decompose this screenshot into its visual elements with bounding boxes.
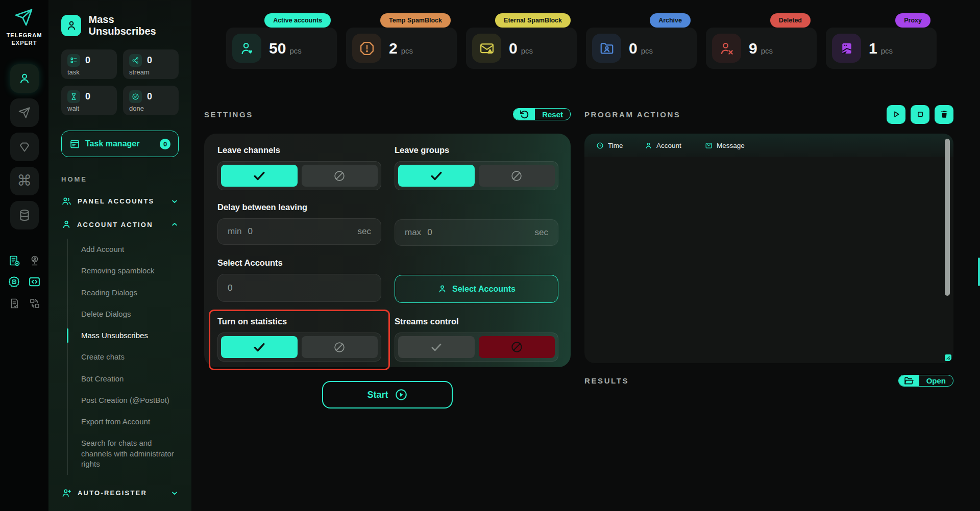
submenu-item-mass-unsubscribes[interactable]: Mass Unsubscribes: [68, 325, 179, 346]
stop-button[interactable]: [911, 105, 929, 124]
stat-value: 2: [389, 40, 398, 57]
field-turn-on-statistics: Turn on statistics: [217, 317, 381, 362]
counter-wait: 0 wait: [61, 86, 117, 115]
start-button[interactable]: Start: [322, 381, 453, 408]
reset-button[interactable]: Reset: [513, 108, 571, 120]
streams-on-button[interactable]: [398, 336, 475, 358]
program-actions-title: PROGRAM ACTIONS: [584, 110, 680, 119]
leave-channels-toggle: [217, 161, 381, 190]
streams-off-button[interactable]: [479, 336, 555, 358]
input-unit: sec: [535, 227, 548, 238]
resize-corner-icon[interactable]: [945, 354, 951, 361]
clock-icon: [596, 142, 604, 149]
submenu-item-bot-creation[interactable]: Bot Creation: [68, 368, 179, 390]
stat-card-eternal-spamblock: Eternal SpamBlock 0 pcs: [466, 13, 577, 69]
stat-unit: pcs: [881, 46, 893, 55]
submenu-item-removing-spamblock[interactable]: Removing spamblock: [68, 260, 179, 282]
check-circle-icon: [129, 90, 142, 103]
delay-max-input[interactable]: max 0 sec: [395, 219, 558, 246]
icon-rail: TELEGRAM EXPERT: [0, 0, 48, 511]
rail-commands-button[interactable]: ⌘: [10, 167, 39, 195]
home-section-label: HOME: [61, 175, 179, 183]
stat-card-archive: Archive 0 pcs: [586, 13, 697, 69]
sidebar-item-auto-register[interactable]: AUTO-REGISTER: [61, 488, 179, 498]
chevron-up-icon: [170, 220, 179, 228]
sidebar-item-label: PANEL ACCOUNTS: [78, 197, 154, 205]
share-icon: [129, 54, 142, 67]
table-scrollbar[interactable]: [945, 139, 950, 296]
sidebar-item-panel-accounts[interactable]: PANEL ACCOUNTS: [61, 196, 179, 207]
table-header: Time Account Message: [584, 134, 953, 157]
stat-badge: Deleted: [770, 13, 811, 28]
field-delay-min: Delay between leaving min 0 sec: [217, 202, 381, 246]
check-icon: [252, 340, 266, 354]
field-label: Leave groups: [395, 145, 558, 155]
counter-stream: 0 stream: [123, 49, 179, 79]
statistics-on-button[interactable]: [221, 336, 298, 358]
input-value: 0: [427, 227, 432, 238]
counter-value: 0: [85, 55, 90, 66]
field-select-accounts-button: Select Accounts: [395, 258, 558, 303]
counter-value: 0: [147, 55, 152, 66]
code-window-icon[interactable]: [28, 275, 41, 289]
select-accounts-count-input[interactable]: 0: [217, 274, 381, 302]
sidebar: Mass Unsubscribes 0 task: [48, 0, 191, 511]
stat-badge: Active accounts: [264, 13, 331, 28]
gear-icon[interactable]: [8, 275, 21, 289]
results-title: RESULTS: [584, 376, 629, 385]
rail-accounts-button[interactable]: [10, 64, 39, 93]
user-x-icon: [712, 34, 741, 63]
submenu-item-delete-dialogs[interactable]: Delete Dialogs: [68, 303, 179, 325]
delay-min-input[interactable]: min 0 sec: [217, 218, 381, 245]
submenu-item-reading-dialogs[interactable]: Reading Dialogs: [68, 282, 179, 303]
page-avatar: [61, 15, 81, 36]
statistics-off-button[interactable]: [302, 336, 378, 358]
task-manager-button[interactable]: Task manager 0: [61, 131, 179, 157]
leave-groups-on-button[interactable]: [398, 165, 475, 187]
play-button[interactable]: [887, 105, 905, 124]
stat-value: 9: [749, 40, 757, 57]
main-content: Active accounts 50 pcs Temp SpamBlock: [191, 0, 980, 511]
submenu-item-search-admin-chats[interactable]: Search for chats and channels with admin…: [68, 432, 179, 475]
database-icon: [18, 209, 31, 222]
select-accounts-button[interactable]: Select Accounts: [395, 275, 558, 303]
submenu-item-post-creation[interactable]: Post Creation (@PostBot): [68, 390, 179, 411]
server-check-icon[interactable]: [8, 254, 21, 267]
submenu-item-export-from-account[interactable]: Export from Account: [68, 411, 179, 432]
account-action-submenu: Add Account Removing spamblock Reading D…: [67, 239, 179, 475]
stat-card-deleted: Deleted 9 pcs: [706, 13, 817, 69]
program-actions-table: Time Account Message: [584, 134, 953, 363]
rail-premium-button[interactable]: [10, 133, 39, 161]
stat-unit: pcs: [521, 46, 533, 55]
page-title: Mass Unsubscribes: [88, 14, 179, 37]
rail-footer-icons: [8, 254, 41, 310]
user-heart-icon: [232, 34, 261, 63]
leave-groups-off-button[interactable]: [479, 165, 555, 187]
trash-button[interactable]: [935, 105, 953, 124]
stat-unit: pcs: [401, 46, 413, 55]
sidebar-item-account-action[interactable]: ACCOUNT ACTION: [61, 219, 179, 229]
webcam-user-icon[interactable]: [28, 254, 41, 267]
task-manager-label: Task manager: [85, 139, 139, 148]
start-button-label: Start: [367, 390, 388, 400]
check-icon: [252, 169, 266, 183]
stat-value: 0: [629, 40, 638, 57]
rail-database-button[interactable]: [10, 201, 39, 229]
leave-channels-on-button[interactable]: [221, 165, 298, 187]
users-icon: [61, 196, 72, 207]
leave-channels-off-button[interactable]: [302, 165, 378, 187]
check-icon: [429, 169, 444, 183]
task-list-icon: [67, 54, 80, 67]
settings-title: SETTINGS: [204, 110, 253, 119]
task-counters: 0 task 0 stream: [61, 49, 179, 115]
open-results-label: Open: [919, 375, 953, 386]
account-stats-row: Active accounts 50 pcs Temp SpamBlock: [226, 13, 937, 69]
swap-panels-icon[interactable]: [28, 297, 41, 310]
open-results-button[interactable]: Open: [898, 375, 953, 387]
submenu-item-create-chats[interactable]: Create chats: [68, 346, 179, 368]
page-scrollbar[interactable]: [978, 258, 980, 286]
document-check-icon[interactable]: [8, 297, 21, 310]
submenu-item-add-account[interactable]: Add Account: [68, 239, 179, 260]
command-icon: ⌘: [17, 173, 32, 188]
rail-sender-button[interactable]: [10, 98, 39, 127]
